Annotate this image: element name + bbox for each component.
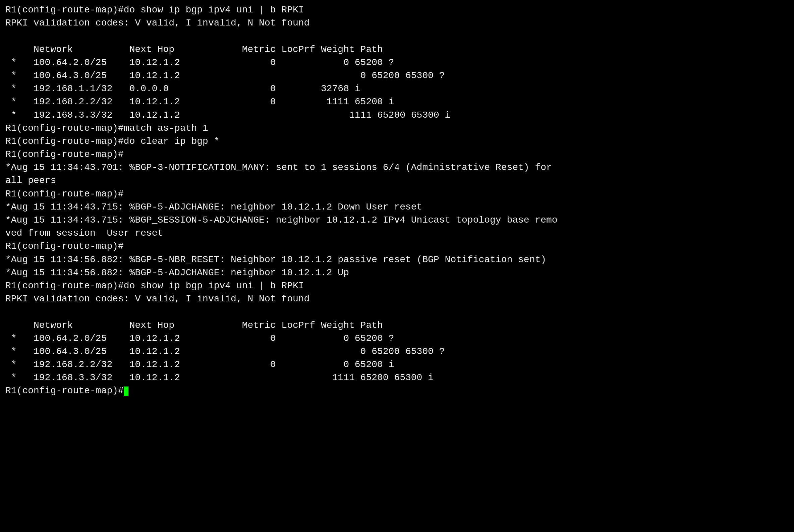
terminal-output: ved from session User reset xyxy=(5,227,789,240)
terminal-output: * 100.64.2.0/25 10.12.1.2 0 0 65200 ? xyxy=(5,56,789,69)
terminal-output: *Aug 15 11:34:56.882: %BGP-5-ADJCHANGE: … xyxy=(5,266,789,279)
terminal-command: R1(config-route-map)#do show ip bgp ipv4… xyxy=(5,279,789,292)
terminal-command: R1(config-route-map)# xyxy=(5,148,789,161)
terminal-prompt-cursor: R1(config-route-map)# xyxy=(5,384,789,397)
terminal-command: R1(config-route-map)# xyxy=(5,240,789,253)
blank-line xyxy=(5,30,789,42)
terminal-command: R1(config-route-map)# xyxy=(5,187,789,201)
terminal-output: *Aug 15 11:34:43.715: %BGP-5-ADJCHANGE: … xyxy=(5,201,789,213)
terminal-output: Network Next Hop Metric LocPrf Weight Pa… xyxy=(5,43,789,56)
terminal-command: R1(config-route-map)#do clear ip bgp * xyxy=(5,135,789,148)
terminal-output: * 100.64.2.0/25 10.12.1.2 0 0 65200 ? xyxy=(5,332,789,345)
terminal-output: RPKI validation codes: V valid, I invali… xyxy=(5,16,789,30)
terminal-command: R1(config-route-map)#match as-path 1 xyxy=(5,122,789,135)
terminal-output: *Aug 15 11:34:56.882: %BGP-5-NBR_RESET: … xyxy=(5,253,789,266)
terminal-output: *Aug 15 11:34:43.701: %BGP-3-NOTIFICATIO… xyxy=(5,161,789,174)
terminal-output: * 192.168.2.2/32 10.12.1.2 0 0 65200 i xyxy=(5,358,789,371)
terminal-cursor xyxy=(124,386,128,396)
terminal-output: *Aug 15 11:34:43.715: %BGP_SESSION-5-ADJ… xyxy=(5,213,789,227)
terminal-output: * 192.168.3.3/32 10.12.1.2 1111 65200 65… xyxy=(5,371,789,384)
terminal-output: * 192.168.2.2/32 10.12.1.2 0 1111 65200 … xyxy=(5,95,789,108)
terminal-output: RPKI validation codes: V valid, I invali… xyxy=(5,292,789,305)
terminal: R1(config-route-map)#do show ip bgp ipv4… xyxy=(5,3,789,398)
blank-line xyxy=(5,305,789,319)
terminal-command: R1(config-route-map)#do show ip bgp ipv4… xyxy=(5,3,789,16)
terminal-output: * 100.64.3.0/25 10.12.1.2 0 65200 65300 … xyxy=(5,69,789,82)
terminal-output: * 192.168.1.1/32 0.0.0.0 0 32768 i xyxy=(5,82,789,95)
terminal-output: * 192.168.3.3/32 10.12.1.2 1111 65200 65… xyxy=(5,109,789,122)
terminal-output: all peers xyxy=(5,174,789,187)
terminal-output: Network Next Hop Metric LocPrf Weight Pa… xyxy=(5,319,789,332)
terminal-output: * 100.64.3.0/25 10.12.1.2 0 65200 65300 … xyxy=(5,345,789,358)
